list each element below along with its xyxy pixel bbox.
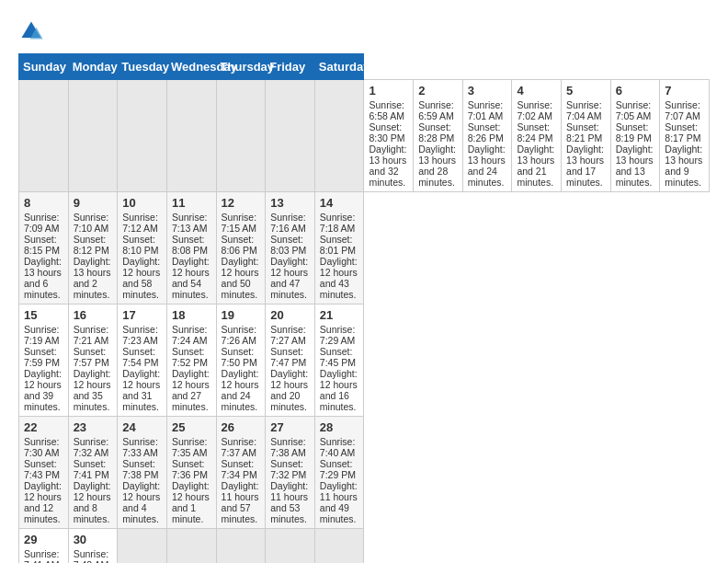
day-number: 27 [270, 420, 310, 434]
calendar-day-cell [19, 80, 69, 192]
sunrise-text: Sunrise: 6:58 AM [369, 99, 404, 121]
daylight-text: Daylight: 11 hours and 49 minutes. [320, 480, 358, 524]
calendar-day-cell: 1 Sunrise: 6:58 AM Sunset: 8:30 PM Dayli… [364, 80, 414, 192]
sunset-text: Sunset: 8:26 PM [468, 121, 504, 144]
sunset-text: Sunset: 8:24 PM [517, 121, 552, 144]
sunset-text: Sunset: 8:12 PM [74, 234, 109, 256]
calendar-day-cell: 7 Sunrise: 7:07 AM Sunset: 8:17 PM Dayli… [660, 80, 710, 192]
sunset-text: Sunset: 8:21 PM [566, 121, 602, 144]
sunrise-text: Sunrise: 7:19 AM [24, 324, 60, 346]
calendar-day-cell: 12 Sunrise: 7:15 AM Sunset: 8:06 PM Dayl… [216, 192, 266, 304]
daylight-text: Daylight: 13 hours and 28 minutes. [418, 144, 456, 188]
calendar-day-cell [216, 529, 266, 564]
calendar-day-cell: 24 Sunrise: 7:33 AM Sunset: 7:38 PM Dayl… [118, 417, 167, 529]
sunset-text: Sunset: 8:10 PM [122, 234, 158, 256]
day-number: 23 [74, 420, 113, 434]
day-number: 12 [222, 196, 261, 210]
sunrise-text: Sunrise: 7:29 AM [320, 324, 356, 346]
daylight-text: Daylight: 12 hours and 50 minutes. [222, 256, 259, 300]
daylight-text: Daylight: 12 hours and 24 minutes. [222, 368, 259, 412]
calendar-day-cell: 16 Sunrise: 7:21 AM Sunset: 7:57 PM Dayl… [68, 304, 118, 417]
day-number: 15 [24, 308, 63, 322]
sunset-text: Sunset: 7:38 PM [122, 458, 158, 480]
calendar-day-cell: 10 Sunrise: 7:12 AM Sunset: 8:10 PM Dayl… [118, 192, 167, 304]
daylight-text: Daylight: 12 hours and 54 minutes. [172, 256, 210, 300]
calendar-day-cell: 21 Sunrise: 7:29 AM Sunset: 7:45 PM Dayl… [314, 304, 364, 417]
sunrise-text: Sunrise: 7:26 AM [222, 324, 257, 346]
calendar-day-cell: 14 Sunrise: 7:18 AM Sunset: 8:01 PM Dayl… [314, 192, 364, 304]
calendar-day-cell [118, 80, 167, 192]
sunrise-text: Sunrise: 7:13 AM [172, 212, 208, 234]
calendar-day-cell: 2 Sunrise: 6:59 AM Sunset: 8:28 PM Dayli… [414, 80, 463, 192]
calendar-day-cell: 6 Sunrise: 7:05 AM Sunset: 8:19 PM Dayli… [610, 80, 660, 192]
daylight-text: Daylight: 12 hours and 1 minute. [172, 480, 210, 524]
weekday-header-sunday: Sunday [19, 54, 69, 80]
daylight-text: Daylight: 12 hours and 58 minutes. [122, 256, 160, 300]
calendar-day-cell [314, 80, 364, 192]
daylight-text: Daylight: 12 hours and 35 minutes. [74, 368, 111, 412]
sunset-text: Sunset: 8:08 PM [172, 234, 208, 256]
sunset-text: Sunset: 7:29 PM [320, 458, 356, 480]
weekday-header-wednesday: Wednesday [166, 54, 216, 80]
sunset-text: Sunset: 7:50 PM [222, 346, 257, 368]
sunrise-text: Sunrise: 6:59 AM [418, 99, 454, 121]
day-number: 9 [74, 196, 113, 210]
day-number: 1 [369, 84, 408, 98]
sunset-text: Sunset: 8:30 PM [369, 121, 404, 144]
calendar-day-cell: 30 Sunrise: 7:43 AM Sunset: 7:25 PM Dayl… [68, 529, 118, 564]
calendar-day-cell: 5 Sunrise: 7:04 AM Sunset: 8:21 PM Dayli… [562, 80, 611, 192]
sunset-text: Sunset: 7:41 PM [74, 458, 109, 480]
daylight-text: Daylight: 13 hours and 32 minutes. [369, 144, 406, 188]
sunrise-text: Sunrise: 7:41 AM [24, 548, 60, 563]
day-number: 29 [24, 533, 63, 546]
day-number: 19 [222, 308, 261, 322]
sunrise-text: Sunrise: 7:07 AM [665, 99, 700, 121]
sunrise-text: Sunrise: 7:15 AM [222, 212, 257, 234]
sunrise-text: Sunrise: 7:16 AM [270, 212, 306, 234]
daylight-text: Daylight: 13 hours and 17 minutes. [566, 144, 604, 188]
sunset-text: Sunset: 8:17 PM [665, 121, 700, 144]
daylight-text: Daylight: 12 hours and 20 minutes. [270, 368, 308, 412]
daylight-text: Daylight: 13 hours and 21 minutes. [517, 144, 554, 188]
calendar-week-row: 1 Sunrise: 6:58 AM Sunset: 8:30 PM Dayli… [19, 80, 710, 192]
sunset-text: Sunset: 8:19 PM [616, 121, 652, 144]
sunrise-text: Sunrise: 7:05 AM [616, 99, 652, 121]
sunrise-text: Sunrise: 7:12 AM [122, 212, 158, 234]
weekday-header-tuesday: Tuesday [118, 54, 167, 80]
sunrise-text: Sunrise: 7:27 AM [270, 324, 306, 346]
sunset-text: Sunset: 7:34 PM [222, 458, 257, 480]
calendar-week-row: 22 Sunrise: 7:30 AM Sunset: 7:43 PM Dayl… [19, 417, 710, 529]
calendar-day-cell: 27 Sunrise: 7:38 AM Sunset: 7:32 PM Dayl… [266, 417, 315, 529]
calendar-day-cell [166, 80, 216, 192]
weekday-header-row: SundayMondayTuesdayWednesdayThursdayFrid… [19, 54, 710, 80]
calendar-day-cell: 3 Sunrise: 7:01 AM Sunset: 8:26 PM Dayli… [462, 80, 512, 192]
sunrise-text: Sunrise: 7:10 AM [74, 212, 109, 234]
calendar-day-cell: 13 Sunrise: 7:16 AM Sunset: 8:03 PM Dayl… [266, 192, 315, 304]
day-number: 13 [270, 196, 310, 210]
day-number: 10 [122, 196, 162, 210]
weekday-header-monday: Monday [68, 54, 118, 80]
calendar-day-cell: 4 Sunrise: 7:02 AM Sunset: 8:24 PM Dayli… [512, 80, 562, 192]
day-number: 3 [468, 84, 507, 98]
calendar-day-cell: 18 Sunrise: 7:24 AM Sunset: 7:52 PM Dayl… [166, 304, 216, 417]
daylight-text: Daylight: 12 hours and 27 minutes. [172, 368, 210, 412]
daylight-text: Daylight: 12 hours and 8 minutes. [74, 480, 111, 524]
calendar-day-cell: 23 Sunrise: 7:32 AM Sunset: 7:41 PM Dayl… [68, 417, 118, 529]
sunrise-text: Sunrise: 7:30 AM [24, 436, 60, 458]
weekday-header-thursday: Thursday [216, 54, 266, 80]
day-number: 11 [172, 196, 211, 210]
sunset-text: Sunset: 8:15 PM [24, 234, 60, 256]
calendar-table: SundayMondayTuesdayWednesdayThursdayFrid… [18, 53, 710, 563]
sunrise-text: Sunrise: 7:35 AM [172, 436, 208, 458]
daylight-text: Daylight: 12 hours and 39 minutes. [24, 368, 62, 412]
daylight-text: Daylight: 12 hours and 12 minutes. [24, 480, 62, 524]
logo [18, 18, 48, 44]
sunrise-text: Sunrise: 7:23 AM [122, 324, 158, 346]
calendar-day-cell: 15 Sunrise: 7:19 AM Sunset: 7:59 PM Dayl… [19, 304, 69, 417]
weekday-header-saturday: Saturday [314, 54, 364, 80]
day-number: 18 [172, 308, 211, 322]
calendar-day-cell: 28 Sunrise: 7:40 AM Sunset: 7:29 PM Dayl… [314, 417, 364, 529]
daylight-text: Daylight: 12 hours and 31 minutes. [122, 368, 160, 412]
day-number: 6 [616, 84, 655, 98]
sunrise-text: Sunrise: 7:37 AM [222, 436, 257, 458]
